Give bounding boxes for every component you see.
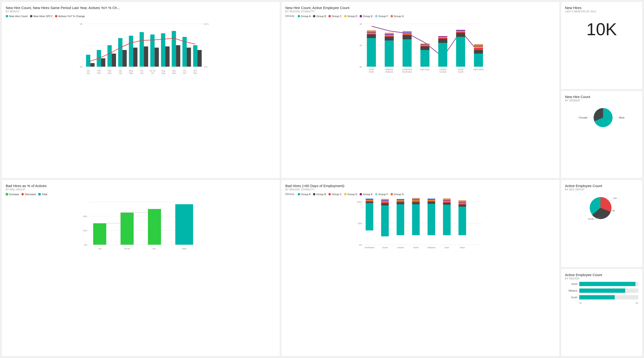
chart6-title: Bad Hires (<60 Days of Employment) [285, 184, 556, 188]
chart8-subtitle: BY REGION [565, 277, 638, 280]
svg-rect-81 [420, 44, 430, 45]
ethnicity-label2-text: Ethnicity [285, 193, 294, 196]
legend2-groupE-label: Group E [363, 193, 373, 196]
chart1-title: New Hire Count, New Hires Same Period La… [6, 6, 276, 10]
chart1-subtitle: BY MONTH [6, 10, 276, 13]
svg-rect-71 [403, 39, 412, 67]
legend-actives-yoy: Actives YoY % Change [55, 15, 85, 18]
legend2-groupG-dot [390, 193, 393, 196]
svg-rect-99 [474, 45, 483, 46]
svg-rect-90 [456, 32, 465, 33]
region-axis: 0K 5K [565, 302, 638, 304]
svg-rect-92 [456, 30, 465, 31]
decrease-label: Decrease [25, 193, 36, 196]
svg-rect-57 [367, 38, 376, 67]
svg-rect-154 [397, 204, 404, 235]
svg-rect-20 [112, 54, 116, 67]
svg-rect-28 [198, 50, 202, 67]
legend2-groupG-label: Group G [394, 193, 404, 196]
svg-rect-14 [161, 33, 166, 67]
svg-rect-179 [443, 198, 451, 199]
svg-rect-148 [381, 203, 389, 206]
svg-text:Northwest: Northwest [364, 246, 374, 249]
chart5-legend: Increase Decrease Total [6, 193, 276, 196]
svg-rect-94 [474, 54, 483, 67]
svg-rect-70 [385, 33, 394, 34]
chart4-subtitle: BY GENDER [565, 99, 638, 102]
svg-rect-75 [403, 32, 412, 33]
svg-rect-127 [93, 223, 106, 245]
new-hire-count-card: New Hire Count, New Hires Same Period La… [2, 2, 280, 178]
svg-rect-177 [443, 200, 451, 201]
chart6-subtitle: BY REGION, ETHNICITY [285, 188, 556, 191]
actives-yoy-dot [55, 15, 57, 18]
new-hires-big-number: 10K [565, 15, 638, 44]
legend-total: Total [38, 193, 47, 196]
increase-label: Increase [9, 193, 19, 196]
svg-rect-79 [420, 46, 430, 50]
new-hires-sply-dot [30, 15, 32, 18]
chart8-title: Active Employee Count [565, 273, 638, 277]
region-bars: North Midwest South [565, 282, 638, 304]
svg-rect-143 [366, 200, 374, 202]
svg-rect-97 [474, 46, 483, 48]
svg-rect-11 [129, 36, 133, 67]
svg-text:<30: <30 [611, 210, 615, 212]
region-row-north: North [565, 282, 638, 286]
chart1-svg: 2K 0K 10 % 0 % [6, 19, 276, 81]
svg-text:Apr: Apr [118, 72, 122, 74]
svg-rect-17 [193, 45, 198, 67]
svg-rect-73 [403, 34, 412, 35]
legend-groupA: Group A [298, 15, 310, 18]
svg-text:40%: 40% [83, 215, 87, 218]
legend2-groupC-label: Group C [332, 193, 342, 196]
svg-rect-84 [438, 39, 448, 43]
svg-text:Sep: Sep [172, 72, 176, 74]
svg-rect-100 [474, 44, 483, 45]
midwest-track [579, 288, 638, 293]
groupE-dot [360, 15, 362, 18]
svg-rect-95 [474, 50, 483, 54]
new-hire-region-card: New Hire Count, Active Employee Count BY… [282, 2, 559, 178]
svg-text:50+: 50+ [152, 248, 156, 250]
svg-text:North: North [369, 71, 374, 73]
svg-text:Apr: Apr [118, 70, 122, 72]
svg-rect-22 [133, 48, 138, 67]
svg-text:Nov: Nov [193, 72, 197, 74]
ethnicity-label-text: Ethnicity [285, 15, 294, 18]
svg-rect-158 [397, 200, 404, 200]
svg-rect-171 [428, 199, 435, 200]
svg-rect-181 [458, 205, 466, 206]
legend-new-hire-count: New Hire Count [6, 15, 28, 18]
age-pie-container: 50+ 30-49 <30 [565, 193, 638, 223]
legend2-groupF-label: Group F [378, 193, 388, 196]
new-hires-big-card: New Hires LAST 6 MONTHS OF 2014 10K [561, 2, 642, 89]
svg-text:4K: 4K [359, 23, 362, 25]
svg-text:North: North [413, 246, 418, 249]
svg-rect-26 [176, 45, 180, 67]
svg-text:100%: 100% [356, 201, 362, 203]
svg-rect-164 [412, 200, 420, 200]
svg-rect-59 [367, 33, 376, 34]
chart1-area: 2K 0K 10 % 0 % [6, 19, 276, 82]
svg-text:0%: 0% [359, 244, 362, 246]
svg-rect-168 [428, 202, 435, 204]
svg-rect-78 [420, 50, 430, 67]
svg-rect-98 [474, 46, 483, 46]
legend2-groupF: Group F [375, 193, 388, 196]
gender-pie-svg [591, 106, 615, 130]
svg-rect-24 [155, 48, 159, 67]
svg-rect-147 [381, 206, 389, 236]
svg-rect-64 [385, 40, 394, 67]
svg-rect-176 [443, 201, 451, 202]
groupA-label: Group A [301, 15, 310, 18]
svg-rect-72 [403, 35, 412, 39]
svg-rect-89 [456, 33, 465, 37]
chart5-svg: 40% 20% 0% <30 30-49 50+ Total [6, 197, 276, 254]
svg-rect-183 [458, 202, 466, 203]
svg-text:0%: 0% [84, 244, 87, 246]
groupF-dot [375, 15, 378, 18]
svg-rect-162 [412, 201, 420, 202]
north-fill [579, 282, 636, 286]
chart2-title: New Hire Count, Active Employee Count [285, 6, 556, 10]
